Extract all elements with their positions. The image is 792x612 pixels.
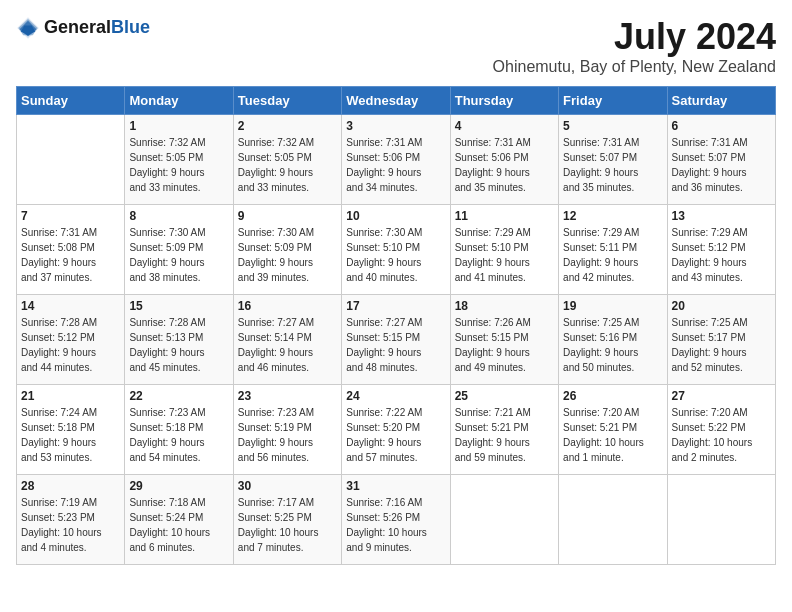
calendar-cell: 16Sunrise: 7:27 AM Sunset: 5:14 PM Dayli…: [233, 295, 341, 385]
cell-content: Sunrise: 7:20 AM Sunset: 5:22 PM Dayligh…: [672, 405, 771, 465]
day-number: 12: [563, 209, 662, 223]
cell-content: Sunrise: 7:31 AM Sunset: 5:06 PM Dayligh…: [455, 135, 554, 195]
day-number: 18: [455, 299, 554, 313]
calendar-cell: 7Sunrise: 7:31 AM Sunset: 5:08 PM Daylig…: [17, 205, 125, 295]
calendar-cell: 1Sunrise: 7:32 AM Sunset: 5:05 PM Daylig…: [125, 115, 233, 205]
calendar-cell: 2Sunrise: 7:32 AM Sunset: 5:05 PM Daylig…: [233, 115, 341, 205]
cell-content: Sunrise: 7:31 AM Sunset: 5:07 PM Dayligh…: [563, 135, 662, 195]
cell-content: Sunrise: 7:32 AM Sunset: 5:05 PM Dayligh…: [129, 135, 228, 195]
cell-content: Sunrise: 7:19 AM Sunset: 5:23 PM Dayligh…: [21, 495, 120, 555]
cell-content: Sunrise: 7:29 AM Sunset: 5:12 PM Dayligh…: [672, 225, 771, 285]
day-number: 7: [21, 209, 120, 223]
weekday-header-wednesday: Wednesday: [342, 87, 450, 115]
header: GeneralBlue July 2024 Ohinemutu, Bay of …: [16, 16, 776, 76]
logo-text: GeneralBlue: [44, 18, 150, 38]
day-number: 8: [129, 209, 228, 223]
day-number: 15: [129, 299, 228, 313]
calendar-cell: 4Sunrise: 7:31 AM Sunset: 5:06 PM Daylig…: [450, 115, 558, 205]
cell-content: Sunrise: 7:30 AM Sunset: 5:09 PM Dayligh…: [238, 225, 337, 285]
day-number: 23: [238, 389, 337, 403]
cell-content: Sunrise: 7:25 AM Sunset: 5:17 PM Dayligh…: [672, 315, 771, 375]
calendar-cell: 14Sunrise: 7:28 AM Sunset: 5:12 PM Dayli…: [17, 295, 125, 385]
calendar-cell: [667, 475, 775, 565]
day-number: 26: [563, 389, 662, 403]
day-number: 11: [455, 209, 554, 223]
day-number: 21: [21, 389, 120, 403]
calendar-week-1: 1Sunrise: 7:32 AM Sunset: 5:05 PM Daylig…: [17, 115, 776, 205]
logo-icon: [16, 16, 40, 40]
day-number: 17: [346, 299, 445, 313]
calendar-cell: 17Sunrise: 7:27 AM Sunset: 5:15 PM Dayli…: [342, 295, 450, 385]
day-number: 4: [455, 119, 554, 133]
weekday-header-tuesday: Tuesday: [233, 87, 341, 115]
calendar-cell: 10Sunrise: 7:30 AM Sunset: 5:10 PM Dayli…: [342, 205, 450, 295]
calendar-cell: 27Sunrise: 7:20 AM Sunset: 5:22 PM Dayli…: [667, 385, 775, 475]
cell-content: Sunrise: 7:21 AM Sunset: 5:21 PM Dayligh…: [455, 405, 554, 465]
location-subtitle: Ohinemutu, Bay of Plenty, New Zealand: [493, 58, 776, 76]
calendar-week-5: 28Sunrise: 7:19 AM Sunset: 5:23 PM Dayli…: [17, 475, 776, 565]
calendar-cell: 20Sunrise: 7:25 AM Sunset: 5:17 PM Dayli…: [667, 295, 775, 385]
cell-content: Sunrise: 7:31 AM Sunset: 5:06 PM Dayligh…: [346, 135, 445, 195]
day-number: 13: [672, 209, 771, 223]
calendar-body: 1Sunrise: 7:32 AM Sunset: 5:05 PM Daylig…: [17, 115, 776, 565]
calendar-cell: 8Sunrise: 7:30 AM Sunset: 5:09 PM Daylig…: [125, 205, 233, 295]
day-number: 1: [129, 119, 228, 133]
calendar-cell: 24Sunrise: 7:22 AM Sunset: 5:20 PM Dayli…: [342, 385, 450, 475]
cell-content: Sunrise: 7:25 AM Sunset: 5:16 PM Dayligh…: [563, 315, 662, 375]
day-number: 2: [238, 119, 337, 133]
cell-content: Sunrise: 7:30 AM Sunset: 5:10 PM Dayligh…: [346, 225, 445, 285]
day-number: 14: [21, 299, 120, 313]
cell-content: Sunrise: 7:27 AM Sunset: 5:15 PM Dayligh…: [346, 315, 445, 375]
cell-content: Sunrise: 7:27 AM Sunset: 5:14 PM Dayligh…: [238, 315, 337, 375]
calendar-cell: 9Sunrise: 7:30 AM Sunset: 5:09 PM Daylig…: [233, 205, 341, 295]
cell-content: Sunrise: 7:29 AM Sunset: 5:11 PM Dayligh…: [563, 225, 662, 285]
day-number: 25: [455, 389, 554, 403]
day-number: 10: [346, 209, 445, 223]
cell-content: Sunrise: 7:26 AM Sunset: 5:15 PM Dayligh…: [455, 315, 554, 375]
cell-content: Sunrise: 7:18 AM Sunset: 5:24 PM Dayligh…: [129, 495, 228, 555]
day-number: 20: [672, 299, 771, 313]
calendar-cell: [450, 475, 558, 565]
day-number: 22: [129, 389, 228, 403]
calendar-cell: 29Sunrise: 7:18 AM Sunset: 5:24 PM Dayli…: [125, 475, 233, 565]
day-number: 9: [238, 209, 337, 223]
calendar-cell: 26Sunrise: 7:20 AM Sunset: 5:21 PM Dayli…: [559, 385, 667, 475]
cell-content: Sunrise: 7:22 AM Sunset: 5:20 PM Dayligh…: [346, 405, 445, 465]
month-year-title: July 2024: [493, 16, 776, 58]
cell-content: Sunrise: 7:17 AM Sunset: 5:25 PM Dayligh…: [238, 495, 337, 555]
weekday-row: SundayMondayTuesdayWednesdayThursdayFrid…: [17, 87, 776, 115]
calendar-cell: [559, 475, 667, 565]
calendar-cell: 5Sunrise: 7:31 AM Sunset: 5:07 PM Daylig…: [559, 115, 667, 205]
calendar-cell: 22Sunrise: 7:23 AM Sunset: 5:18 PM Dayli…: [125, 385, 233, 475]
calendar-cell: 23Sunrise: 7:23 AM Sunset: 5:19 PM Dayli…: [233, 385, 341, 475]
calendar-cell: 3Sunrise: 7:31 AM Sunset: 5:06 PM Daylig…: [342, 115, 450, 205]
calendar-cell: 28Sunrise: 7:19 AM Sunset: 5:23 PM Dayli…: [17, 475, 125, 565]
cell-content: Sunrise: 7:32 AM Sunset: 5:05 PM Dayligh…: [238, 135, 337, 195]
cell-content: Sunrise: 7:16 AM Sunset: 5:26 PM Dayligh…: [346, 495, 445, 555]
calendar-cell: 11Sunrise: 7:29 AM Sunset: 5:10 PM Dayli…: [450, 205, 558, 295]
day-number: 5: [563, 119, 662, 133]
calendar-cell: 25Sunrise: 7:21 AM Sunset: 5:21 PM Dayli…: [450, 385, 558, 475]
calendar-cell: 15Sunrise: 7:28 AM Sunset: 5:13 PM Dayli…: [125, 295, 233, 385]
day-number: 30: [238, 479, 337, 493]
weekday-header-saturday: Saturday: [667, 87, 775, 115]
cell-content: Sunrise: 7:31 AM Sunset: 5:07 PM Dayligh…: [672, 135, 771, 195]
calendar-cell: 6Sunrise: 7:31 AM Sunset: 5:07 PM Daylig…: [667, 115, 775, 205]
day-number: 28: [21, 479, 120, 493]
cell-content: Sunrise: 7:29 AM Sunset: 5:10 PM Dayligh…: [455, 225, 554, 285]
logo-general: General: [44, 17, 111, 37]
day-number: 16: [238, 299, 337, 313]
calendar-header: SundayMondayTuesdayWednesdayThursdayFrid…: [17, 87, 776, 115]
calendar-cell: 18Sunrise: 7:26 AM Sunset: 5:15 PM Dayli…: [450, 295, 558, 385]
calendar-cell: 21Sunrise: 7:24 AM Sunset: 5:18 PM Dayli…: [17, 385, 125, 475]
calendar-cell: 12Sunrise: 7:29 AM Sunset: 5:11 PM Dayli…: [559, 205, 667, 295]
calendar-cell: 30Sunrise: 7:17 AM Sunset: 5:25 PM Dayli…: [233, 475, 341, 565]
day-number: 27: [672, 389, 771, 403]
calendar-week-4: 21Sunrise: 7:24 AM Sunset: 5:18 PM Dayli…: [17, 385, 776, 475]
title-area: July 2024 Ohinemutu, Bay of Plenty, New …: [493, 16, 776, 76]
logo-blue: Blue: [111, 17, 150, 37]
cell-content: Sunrise: 7:23 AM Sunset: 5:19 PM Dayligh…: [238, 405, 337, 465]
logo: GeneralBlue: [16, 16, 150, 40]
calendar-cell: 31Sunrise: 7:16 AM Sunset: 5:26 PM Dayli…: [342, 475, 450, 565]
calendar-cell: 13Sunrise: 7:29 AM Sunset: 5:12 PM Dayli…: [667, 205, 775, 295]
